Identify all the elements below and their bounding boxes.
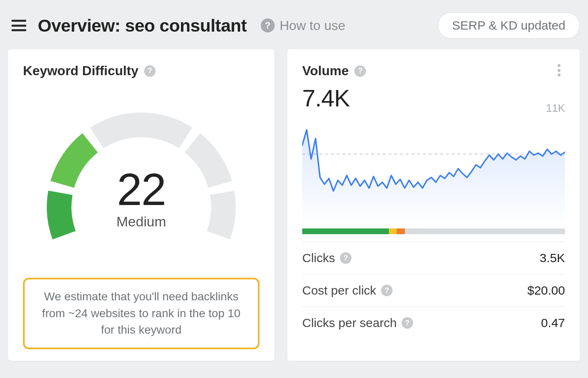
help-icon[interactable]: ? <box>144 65 156 77</box>
help-icon[interactable]: ? <box>354 65 366 77</box>
how-to-use-label: How to use <box>280 18 345 33</box>
metric-value: 0.47 <box>541 316 565 330</box>
serp-updated-pill[interactable]: SERP & KD updated <box>438 12 580 39</box>
kd-level: Medium <box>117 214 166 230</box>
kd-estimate: We estimate that you'll need backlinks f… <box>23 278 260 349</box>
keyword-difficulty-card: Keyword Difficulty ? 22 Medium <box>8 49 274 361</box>
metric-label: Clicks <box>302 251 335 265</box>
volume-value: 7.4K <box>302 84 366 112</box>
metric-label: Clicks per search <box>302 316 397 330</box>
kd-gauge: 22 Medium <box>23 78 260 278</box>
metric-value: 3.5K <box>540 251 565 265</box>
distribution-segment <box>405 228 565 234</box>
how-to-use-link[interactable]: ? How to use <box>261 18 345 33</box>
distribution-segment <box>302 228 389 234</box>
page-title: Overview: seo consultant <box>38 16 247 36</box>
menu-icon[interactable] <box>11 20 26 31</box>
help-icon[interactable]: ? <box>402 317 413 329</box>
metric-row: Clicks?3.5K <box>302 242 565 274</box>
distribution-segment <box>389 228 397 234</box>
help-icon: ? <box>261 18 275 32</box>
volume-sparkline <box>302 119 565 226</box>
more-options-icon[interactable] <box>553 63 565 77</box>
help-icon[interactable]: ? <box>340 252 351 264</box>
volume-distribution-bar <box>302 228 565 234</box>
volume-title: Volume <box>302 63 349 78</box>
metric-row: Clicks per search?0.47 <box>302 307 565 339</box>
distribution-segment <box>397 228 404 234</box>
volume-axis-max: 11K <box>546 102 565 115</box>
kd-title: Keyword Difficulty <box>23 63 138 78</box>
help-icon[interactable]: ? <box>381 285 393 296</box>
metric-label: Cost per click <box>302 284 376 297</box>
volume-card: Volume ? 7.4K 11K <box>287 49 580 361</box>
kd-score: 22 <box>117 167 166 212</box>
metric-row: Cost per click?$20.00 <box>302 274 565 307</box>
metric-value: $20.00 <box>527 284 565 297</box>
